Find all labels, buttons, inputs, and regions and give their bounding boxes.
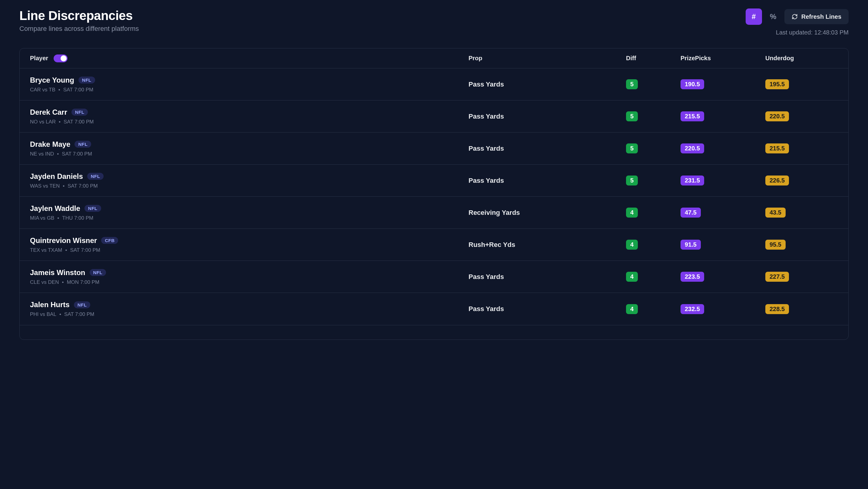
game-info: NE vs IND • SAT 7:00 PM	[30, 151, 468, 157]
view-mode-hash-button[interactable]: #	[746, 8, 762, 25]
league-badge: NFL	[79, 76, 95, 84]
player-name: Jameis Winston	[30, 268, 85, 277]
underdog-badge: 95.5	[765, 240, 786, 250]
page-subtitle: Compare lines across different platforms	[20, 25, 139, 33]
diff-badge: 4	[626, 272, 638, 282]
page-title: Line Discrepancies	[20, 8, 139, 23]
matchup: CLE vs DEN	[30, 279, 59, 285]
matchup: MIA vs GB	[30, 215, 54, 221]
league-badge: NFL	[87, 173, 104, 180]
toggle-thumb	[61, 55, 67, 61]
separator-dot: •	[63, 183, 64, 189]
league-badge: NFL	[85, 205, 101, 212]
game-info: TEX vs TXAM • SAT 7:00 PM	[30, 247, 468, 253]
prizepicks-badge: 91.5	[681, 240, 701, 250]
prizepicks-badge: 231.5	[681, 175, 704, 186]
column-diff: Diff	[626, 55, 681, 62]
prop-type: Receiving Yards	[468, 209, 626, 217]
league-badge: NFL	[90, 269, 106, 276]
refresh-icon	[792, 13, 798, 20]
prop-type: Pass Yards	[468, 144, 626, 153]
prizepicks-badge: 190.5	[681, 79, 704, 89]
separator-dot: •	[57, 215, 59, 221]
matchup: TEX vs TXAM	[30, 247, 62, 253]
table-row[interactable]: Jayden Daniels NFL WAS vs TEN • SAT 7:00…	[20, 165, 848, 197]
underdog-badge: 195.5	[765, 79, 789, 89]
league-badge: NFL	[74, 141, 91, 148]
table-row-partial	[20, 325, 848, 339]
game-time: SAT 7:00 PM	[67, 183, 98, 189]
underdog-badge: 215.5	[765, 143, 789, 154]
player-name: Derek Carr	[30, 108, 67, 117]
prop-type: Pass Yards	[468, 273, 626, 281]
underdog-badge: 228.5	[765, 304, 789, 314]
prizepicks-badge: 220.5	[681, 143, 704, 154]
game-time: THU 7:00 PM	[62, 215, 93, 221]
prizepicks-badge: 232.5	[681, 304, 704, 314]
player-name: Bryce Young	[30, 76, 74, 85]
player-name: Drake Maye	[30, 140, 70, 149]
prizepicks-badge: 215.5	[681, 111, 704, 121]
diff-badge: 4	[626, 207, 638, 218]
prizepicks-badge: 223.5	[681, 272, 704, 282]
separator-dot: •	[58, 87, 60, 93]
separator-dot: •	[57, 151, 59, 157]
view-mode-percent-button[interactable]: %	[765, 8, 781, 25]
game-time: MON 7:00 PM	[67, 279, 99, 285]
league-badge: NFL	[71, 109, 88, 116]
table-row[interactable]: Quintrevion Wisner CFB TEX vs TXAM • SAT…	[20, 229, 848, 261]
matchup: NO vs LAR	[30, 119, 56, 125]
matchup: PHI vs BAL	[30, 312, 56, 318]
game-time: SAT 7:00 PM	[70, 247, 100, 253]
game-info: CLE vs DEN • MON 7:00 PM	[30, 279, 468, 285]
separator-dot: •	[59, 119, 61, 125]
underdog-badge: 43.5	[765, 207, 786, 218]
player-name: Jayden Daniels	[30, 172, 83, 181]
table-row[interactable]: Bryce Young NFL CAR vs TB • SAT 7:00 PM …	[20, 68, 848, 100]
league-badge: CFB	[101, 237, 118, 244]
prop-type: Rush+Rec Yds	[468, 241, 626, 249]
player-name: Jaylen Waddle	[30, 204, 80, 213]
underdog-badge: 220.5	[765, 111, 789, 121]
game-info: PHI vs BAL • SAT 7:00 PM	[30, 312, 468, 318]
diff-badge: 5	[626, 143, 638, 154]
discrepancies-table: Player Prop Diff PrizePicks Underdog Bry…	[20, 48, 848, 340]
player-toggle[interactable]	[54, 55, 67, 62]
game-time: SAT 7:00 PM	[63, 87, 94, 93]
underdog-badge: 226.5	[765, 175, 789, 186]
player-name: Quintrevion Wisner	[30, 236, 97, 245]
game-time: SAT 7:00 PM	[62, 151, 92, 157]
prop-type: Pass Yards	[468, 177, 626, 185]
diff-badge: 5	[626, 175, 638, 186]
underdog-badge: 227.5	[765, 272, 789, 282]
game-info: NO vs LAR • SAT 7:00 PM	[30, 119, 468, 125]
refresh-lines-button[interactable]: Refresh Lines	[784, 9, 848, 24]
table-row[interactable]: Derek Carr NFL NO vs LAR • SAT 7:00 PM P…	[20, 100, 848, 133]
table-row[interactable]: Jaylen Waddle NFL MIA vs GB • THU 7:00 P…	[20, 197, 848, 229]
prizepicks-badge: 47.5	[681, 207, 701, 218]
last-updated: Last updated: 12:48:03 PM	[776, 29, 848, 36]
game-info: WAS vs TEN • SAT 7:00 PM	[30, 183, 468, 189]
matchup: NE vs IND	[30, 151, 54, 157]
table-row[interactable]: Drake Maye NFL NE vs IND • SAT 7:00 PM P…	[20, 133, 848, 165]
matchup: CAR vs TB	[30, 87, 55, 93]
refresh-lines-label: Refresh Lines	[801, 13, 841, 20]
table-row[interactable]: Jalen Hurts NFL PHI vs BAL • SAT 7:00 PM…	[20, 293, 848, 325]
player-name: Jalen Hurts	[30, 300, 70, 309]
separator-dot: •	[65, 247, 67, 253]
matchup: WAS vs TEN	[30, 183, 60, 189]
prop-type: Pass Yards	[468, 80, 626, 88]
column-prizepicks: PrizePicks	[681, 55, 765, 62]
diff-badge: 5	[626, 111, 638, 121]
game-time: SAT 7:00 PM	[64, 312, 94, 318]
separator-dot: •	[59, 312, 61, 318]
column-player: Player	[30, 55, 48, 62]
league-badge: NFL	[74, 301, 91, 308]
game-info: MIA vs GB • THU 7:00 PM	[30, 215, 468, 221]
column-prop: Prop	[468, 55, 626, 62]
column-underdog: Underdog	[765, 55, 838, 62]
table-row[interactable]: Jameis Winston NFL CLE vs DEN • MON 7:00…	[20, 261, 848, 293]
game-info: CAR vs TB • SAT 7:00 PM	[30, 87, 468, 93]
diff-badge: 4	[626, 240, 638, 250]
game-time: SAT 7:00 PM	[64, 119, 94, 125]
